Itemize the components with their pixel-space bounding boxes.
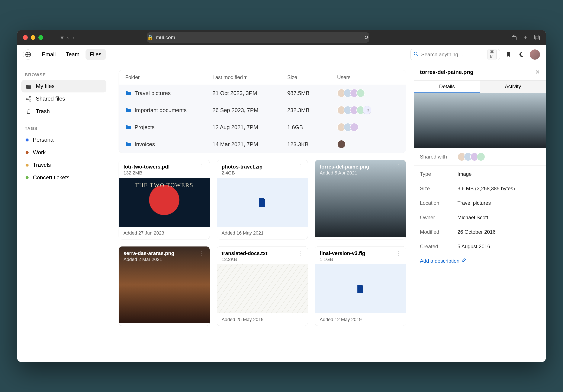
file-thumbnail: [217, 264, 308, 313]
add-description-button[interactable]: Add a description: [414, 254, 546, 268]
tabs-overview-icon[interactable]: [534, 34, 540, 42]
file-card[interactable]: translated-docs.txt 12.2KB ⋮ Added 25 Ma…: [217, 246, 308, 326]
fullscreen-window-icon[interactable]: [38, 35, 43, 40]
add-description-label: Add a description: [420, 258, 459, 264]
sidebar-item-trash[interactable]: Trash: [21, 105, 106, 118]
file-card[interactable]: torres-del-paine.png Added 5 Apr 2021 ⋮: [315, 160, 406, 239]
details-row: TypeImage: [414, 167, 546, 181]
details-preview-image: [414, 93, 546, 148]
browser-urlbar[interactable]: 🔒 mui.com ⟳: [147, 32, 369, 43]
table-row[interactable]: Projects 12 Aug 2021, 7PM 1.6GB: [119, 119, 406, 136]
table-row[interactable]: Travel pictures 21 Oct 2023, 3PM 987.5MB: [119, 85, 406, 102]
lock-icon: 🔒: [147, 35, 154, 40]
new-tab-icon[interactable]: ＋: [523, 34, 528, 42]
card-more-icon[interactable]: ⋮: [199, 250, 205, 256]
sidebar-tag-concert-tickets[interactable]: Concert tickets: [21, 171, 106, 184]
col-users[interactable]: Users: [337, 74, 399, 80]
tab-details[interactable]: Details: [414, 80, 480, 93]
nav-tab-files[interactable]: Files: [86, 49, 106, 60]
user-avatar: [337, 140, 346, 148]
sidebar-tag-work[interactable]: Work: [21, 146, 106, 159]
search-input-wrapper[interactable]: ⌘ K: [410, 49, 500, 60]
users-overflow-badge[interactable]: +3: [363, 106, 371, 114]
details-key: Location: [420, 200, 454, 206]
table-row[interactable]: Important documents 26 Sep 2023, 7PM 232…: [119, 102, 406, 119]
nav-tab-team[interactable]: Team: [62, 49, 84, 60]
browser-titlebar: ▾ ‹ › 🔒 mui.com ⟳ ＋: [17, 30, 546, 45]
card-more-icon[interactable]: ⋮: [199, 164, 205, 170]
minimize-window-icon[interactable]: [31, 35, 35, 40]
folder-icon: [125, 107, 131, 113]
folder-name: Important documents: [135, 107, 187, 113]
details-key: Type: [420, 171, 454, 177]
nav-back-icon[interactable]: ‹: [67, 34, 69, 41]
nav-forward-icon[interactable]: ›: [72, 34, 74, 41]
file-card[interactable]: photos-travel.zip 2.4GB ⋮ Added 16 May 2…: [217, 160, 308, 239]
share-icon[interactable]: [512, 34, 517, 42]
file-thumbnail: [119, 178, 210, 227]
sidebar-toggle-icon[interactable]: [51, 35, 57, 40]
details-key: Shared with: [420, 154, 454, 160]
details-value: 26 October 2016: [458, 229, 496, 235]
file-card-sub: 12.2KB: [222, 257, 268, 262]
svg-line-9: [417, 55, 418, 56]
card-more-icon[interactable]: ⋮: [297, 164, 303, 170]
search-input[interactable]: [421, 51, 485, 58]
folder-size: 232.3MB: [287, 107, 337, 113]
reload-icon[interactable]: ⟳: [365, 35, 369, 40]
current-user-avatar[interactable]: [530, 49, 540, 60]
trash-icon: [26, 109, 32, 114]
file-icon: [258, 198, 266, 207]
details-shared-with: Shared with: [414, 148, 546, 165]
file-card-footer: Added 27 Jun 2023: [119, 227, 210, 239]
close-window-icon[interactable]: [23, 35, 28, 40]
sidebar-section-browse: BROWSE: [21, 70, 106, 80]
nav-tab-email[interactable]: Email: [38, 49, 60, 60]
file-card-footer: Added 25 May 2019: [217, 313, 308, 326]
bookmark-icon[interactable]: [504, 50, 513, 59]
tag-dot-icon: [26, 164, 29, 167]
col-size[interactable]: Size: [287, 74, 337, 80]
nav-tab-label: Files: [90, 51, 102, 58]
file-thumbnail: [315, 264, 406, 313]
folder-name: Invoices: [135, 141, 155, 148]
svg-line-13: [28, 98, 29, 98]
app-header: Email Team Files ⌘ K: [17, 45, 546, 64]
details-key: Modified: [420, 229, 454, 235]
dark-mode-toggle-icon[interactable]: [517, 50, 525, 59]
folder-size: 123.3KB: [287, 141, 337, 148]
details-row: LocationTravel pictures: [414, 196, 546, 210]
tab-activity[interactable]: Activity: [480, 80, 546, 93]
content-area: Folder Last modified▾ Size Users Travel …: [111, 64, 414, 362]
file-card-footer: Added 12 May 2019: [315, 313, 406, 326]
folder-name: Travel pictures: [135, 90, 171, 97]
table-header-row: Folder Last modified▾ Size Users: [119, 70, 406, 85]
primary-nav: Email Team Files: [38, 49, 106, 60]
folder-users: [337, 140, 399, 148]
close-icon[interactable]: ✕: [535, 69, 540, 76]
details-row: Created5 August 2016: [414, 239, 546, 254]
details-row: Size3,6 MB (3,258,385 bytes): [414, 181, 546, 196]
details-key: Owner: [420, 215, 454, 220]
app-logo-icon[interactable]: [23, 49, 33, 60]
svg-rect-4: [536, 36, 539, 40]
folder-size: 987.5MB: [287, 90, 337, 97]
shared-users: [458, 153, 485, 161]
card-more-icon[interactable]: ⋮: [395, 250, 401, 256]
file-card[interactable]: lotr-two-towers.pdf 132.2MB ⋮ Added 27 J…: [119, 160, 210, 239]
sidebar-tag-travels[interactable]: Travels: [21, 159, 106, 171]
user-avatar: [356, 89, 365, 97]
col-folder[interactable]: Folder: [125, 74, 212, 80]
card-more-icon[interactable]: ⋮: [297, 250, 303, 256]
sidebar-item-label: Work: [33, 149, 46, 156]
col-last-modified[interactable]: Last modified▾: [212, 74, 287, 80]
file-thumbnail: [217, 178, 308, 227]
file-card[interactable]: serra-das-araras.png Added 2 Mar 2021 ⋮: [119, 246, 210, 326]
file-card[interactable]: final-version-v3.fig 1.1GB ⋮ Added 12 Ma…: [315, 246, 406, 326]
sidebar-item-my-files[interactable]: My files: [21, 80, 106, 92]
sidebar-tag-personal[interactable]: Personal: [21, 134, 106, 146]
card-more-icon[interactable]: ⋮: [395, 164, 401, 170]
chevron-down-icon[interactable]: ▾: [61, 34, 64, 41]
sidebar-item-shared-files[interactable]: Shared files: [21, 92, 106, 105]
table-row[interactable]: Invoices 14 Mar 2021, 7PM 123.3KB: [119, 136, 406, 153]
